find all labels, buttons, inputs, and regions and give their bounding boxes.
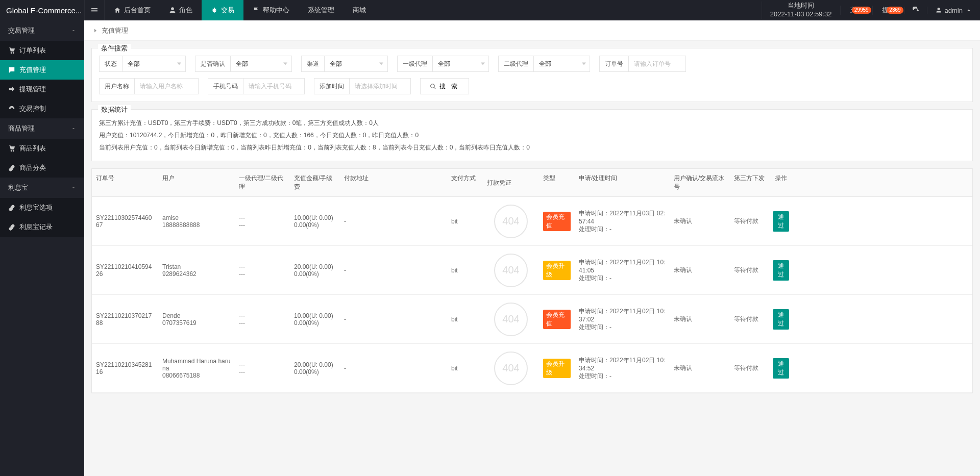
agent1-field[interactable]: 一级代理 全部 bbox=[397, 56, 489, 72]
agent1-select[interactable]: 全部 bbox=[433, 56, 489, 71]
orderno-label: 订单号 bbox=[600, 56, 629, 71]
orderno-field[interactable]: 订单号 bbox=[599, 56, 686, 72]
sidebar-toggle[interactable] bbox=[84, 0, 105, 20]
sidebar-item[interactable]: 商品分类 bbox=[0, 158, 84, 178]
cell-agent: ------ bbox=[235, 307, 290, 332]
link-icon bbox=[8, 164, 15, 171]
cell-confirm: 未确认 bbox=[670, 212, 730, 231]
cell-op: 通过 bbox=[769, 304, 793, 335]
sidebar-item[interactable]: 提现管理 bbox=[0, 80, 84, 99]
top-menu: 后台首页角色交易帮助中心系统管理商城 bbox=[105, 0, 762, 20]
agent2-label: 二级代理 bbox=[499, 56, 534, 71]
sidebar-item-label: 利息宝记录 bbox=[19, 222, 53, 232]
sidebar-group-label: 交易管理 bbox=[8, 26, 35, 35]
col-third: 第三方下发 bbox=[730, 169, 769, 196]
username-field[interactable]: 用户名称 bbox=[99, 78, 199, 94]
cell-user: amise18888888888 bbox=[158, 209, 235, 234]
proof-placeholder: 404 bbox=[494, 352, 528, 385]
recharge-link[interactable]: 充值 29959 bbox=[840, 6, 872, 15]
pass-button[interactable]: 通过 bbox=[773, 358, 789, 379]
col-op: 操作 bbox=[769, 169, 793, 196]
type-tag: 会员升级 bbox=[543, 359, 571, 378]
top-menu-item[interactable]: 后台首页 bbox=[105, 0, 160, 20]
pass-button[interactable]: 通过 bbox=[773, 309, 789, 330]
sidebar-item[interactable]: 利息宝记录 bbox=[0, 217, 84, 237]
sidebar-item-label: 充值管理 bbox=[19, 65, 46, 74]
pass-button[interactable]: 通过 bbox=[773, 260, 789, 281]
home-icon bbox=[114, 7, 121, 14]
cell-amount: 10.00(U: 0.00)0.00(0%) bbox=[290, 209, 340, 234]
chevron-down-icon bbox=[71, 185, 76, 190]
pass-button[interactable]: 通过 bbox=[773, 211, 789, 232]
channel-field[interactable]: 渠道 全部 bbox=[301, 56, 388, 72]
top-menu-item[interactable]: 商城 bbox=[344, 0, 375, 20]
top-menu-item[interactable]: 角色 bbox=[160, 0, 202, 20]
refresh-button[interactable] bbox=[904, 7, 927, 14]
type-tag: 会员充值 bbox=[543, 212, 571, 231]
sidebar-item-label: 利息宝选项 bbox=[19, 203, 53, 212]
filter-panel: 条件搜索 状态 全部 是否确认 全部 渠道 全部 一级代理 bbox=[91, 48, 973, 102]
time-display: 当地时间 2022-11-03 02:59:32 bbox=[762, 2, 840, 19]
sidebar-item[interactable]: 利息宝选项 bbox=[0, 198, 84, 217]
cell-order: SY2211021041059426 bbox=[92, 258, 158, 283]
col-addr: 付款地址 bbox=[340, 169, 447, 196]
cell-agent: ------ bbox=[235, 258, 290, 283]
breadcrumb-text: 充值管理 bbox=[102, 26, 128, 35]
table-row: SY2211021037021788Dende0707357619------1… bbox=[92, 295, 972, 344]
channel-select[interactable]: 全部 bbox=[325, 56, 387, 71]
cell-confirm: 未确认 bbox=[670, 310, 730, 329]
top-menu-label: 系统管理 bbox=[308, 6, 334, 15]
type-tag: 会员充值 bbox=[543, 310, 571, 329]
cell-addr: - bbox=[340, 262, 447, 279]
withdraw-badge: 2369 bbox=[887, 7, 903, 14]
table-header: 订单号 用户 一级代理/二级代理 充值金额/手续费 付款地址 支付方式 打款凭证… bbox=[92, 169, 972, 197]
addtime-field[interactable]: 添加时间 bbox=[314, 78, 411, 94]
table-row: SY2211030257446067amise18888888888------… bbox=[92, 197, 972, 246]
confirm-select[interactable]: 全部 bbox=[231, 56, 291, 71]
refresh-icon bbox=[912, 7, 919, 14]
col-time: 申请/处理时间 bbox=[575, 169, 670, 196]
confirm-field[interactable]: 是否确认 全部 bbox=[195, 56, 292, 72]
top-menu-label: 商城 bbox=[353, 6, 366, 15]
agent2-field[interactable]: 二级代理 全部 bbox=[498, 56, 590, 72]
status-field[interactable]: 状态 全部 bbox=[99, 56, 186, 72]
type-tag: 会员升级 bbox=[543, 261, 571, 280]
agent2-select[interactable]: 全部 bbox=[534, 56, 590, 71]
phone-field[interactable]: 手机号码 bbox=[208, 78, 305, 94]
logo: Global E-Commerce... bbox=[0, 0, 84, 20]
cell-proof: 404 bbox=[483, 248, 539, 292]
status-select[interactable]: 全部 bbox=[122, 56, 185, 71]
col-pay: 支付方式 bbox=[447, 169, 483, 196]
sidebar-item[interactable]: 充值管理 bbox=[0, 60, 84, 80]
orderno-input[interactable] bbox=[629, 56, 716, 71]
link-icon bbox=[8, 223, 15, 231]
cell-type: 会员升级 bbox=[539, 354, 575, 383]
cell-user: Muhammad Haruna haruna08066675188 bbox=[158, 353, 235, 384]
sidebar-group[interactable]: 利息宝 bbox=[0, 178, 84, 198]
search-button[interactable]: 搜 索 bbox=[420, 78, 469, 94]
top-menu-label: 角色 bbox=[179, 6, 192, 15]
withdraw-link[interactable]: 提现 2369 bbox=[872, 6, 904, 15]
share-icon bbox=[8, 86, 15, 93]
cell-proof: 404 bbox=[483, 199, 539, 243]
cell-user: Tristan9289624362 bbox=[158, 258, 235, 283]
cell-addr: - bbox=[340, 360, 447, 377]
time-value: 2022-11-03 02:59:32 bbox=[770, 10, 832, 19]
user-menu[interactable]: admin bbox=[927, 7, 980, 14]
sidebar-item-label: 提现管理 bbox=[19, 85, 46, 94]
top-menu-item[interactable]: 交易 bbox=[202, 0, 243, 20]
top-menu-item[interactable]: 帮助中心 bbox=[243, 0, 299, 20]
sidebar-item[interactable]: 交易控制 bbox=[0, 99, 84, 118]
addtime-label: 添加时间 bbox=[314, 79, 350, 94]
sidebar-item[interactable]: 商品列表 bbox=[0, 139, 84, 158]
sidebar-group[interactable]: 商品管理 bbox=[0, 118, 84, 139]
cell-confirm: 未确认 bbox=[670, 261, 730, 280]
flag-icon bbox=[253, 7, 260, 14]
sidebar-group[interactable]: 交易管理 bbox=[0, 20, 84, 41]
col-type: 类型 bbox=[539, 169, 575, 196]
confirm-label: 是否确认 bbox=[195, 56, 231, 71]
sidebar-item-label: 商品分类 bbox=[19, 163, 46, 172]
sidebar-item[interactable]: 订单列表 bbox=[0, 41, 84, 60]
cell-user: Dende0707357619 bbox=[158, 307, 235, 332]
top-menu-item[interactable]: 系统管理 bbox=[299, 0, 344, 20]
